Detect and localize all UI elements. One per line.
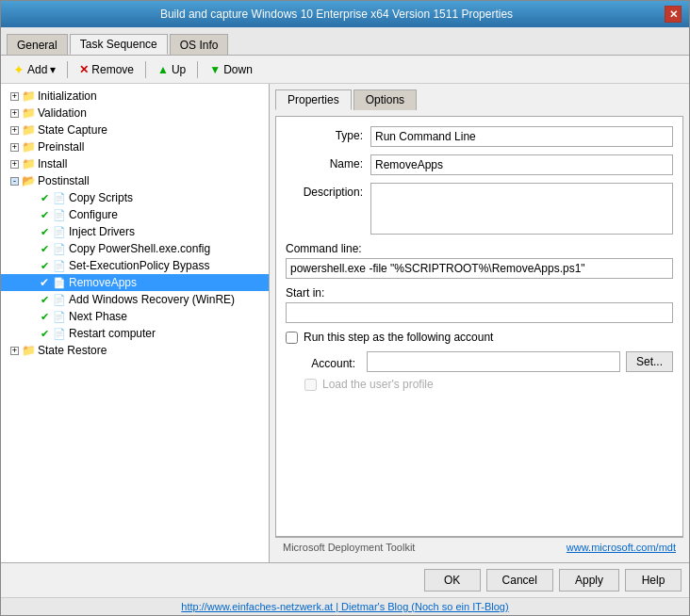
tree-label-next-phase: Next Phase [69, 310, 127, 323]
down-label: Down [223, 63, 253, 76]
remove-icon: ✕ [79, 63, 89, 76]
tree-item-validation[interactable]: + 📁 Validation [1, 105, 269, 122]
tab-os-info[interactable]: OS Info [170, 34, 229, 55]
icon-set-exec: 📄 [52, 258, 67, 273]
add-button[interactable]: ✦ Add ▾ [8, 59, 60, 80]
account-input[interactable] [367, 351, 620, 372]
props-tab-options[interactable]: Options [353, 89, 417, 110]
status-bar: http://www.einfaches-netzwerk.at | Dietm… [1, 597, 689, 615]
icon-remove-apps: 📄 [52, 275, 67, 290]
tree-label-validation: Validation [38, 106, 87, 120]
tree-item-remove-apps[interactable]: ✔ 📄 RemoveApps [1, 274, 269, 291]
tree-item-copy-powershell[interactable]: ✔ 📄 Copy PowerShell.exe.config [1, 240, 269, 257]
name-label: Name: [286, 154, 370, 170]
script-icon-copy-scripts: 📄 [52, 190, 67, 205]
check-icon-remove-apps: ✔ [37, 275, 52, 290]
tree-item-initialization[interactable]: + 📁 Initialization [1, 88, 269, 105]
tree-item-state-capture[interactable]: + 📁 State Capture [1, 122, 269, 138]
apply-button[interactable]: Apply [559, 569, 619, 592]
gear-icon-configure: 📄 [52, 207, 67, 222]
folder-icon-state-capture: 📁 [21, 122, 36, 138]
props-content: Type: Name: Description: Command line: [275, 116, 683, 537]
load-profile-row: Load the user's profile [286, 378, 673, 391]
folder-icon-state-restore: 📁 [21, 343, 36, 358]
tab-task-sequence[interactable]: Task Sequence [70, 34, 168, 55]
run-as-label: Run this step as the following account [304, 331, 493, 344]
tree-item-install[interactable]: + 📁 Install [1, 155, 269, 172]
check-icon-restart: ✔ [37, 326, 52, 341]
tree-item-preinstall[interactable]: + 📁 Preinstall [1, 138, 269, 155]
run-as-row: Run this step as the following account [286, 331, 673, 344]
check-icon-copy-powershell: ✔ [37, 241, 52, 256]
remove-label: Remove [91, 63, 134, 76]
down-button[interactable]: ▼ Down [205, 60, 257, 79]
icon-inject-drivers: 📄 [52, 224, 67, 239]
up-label: Up [172, 63, 186, 76]
tree-item-restart-computer[interactable]: ✔ 📄 Restart computer [1, 325, 269, 342]
ok-button[interactable]: OK [424, 569, 481, 592]
cancel-button[interactable]: Cancel [486, 569, 553, 592]
tree-label-copy-powershell: Copy PowerShell.exe.config [69, 242, 210, 255]
tab-general[interactable]: General [7, 34, 68, 55]
expand-state-capture[interactable]: + [10, 126, 19, 135]
tree-item-state-restore[interactable]: + 📁 State Restore [1, 342, 269, 359]
add-label: Add [27, 63, 47, 76]
type-input[interactable] [370, 126, 673, 147]
run-as-checkbox[interactable] [286, 332, 298, 344]
icon-next-phase: 📄 [52, 309, 67, 324]
tree-item-postinstall[interactable]: - 📂 Postinstall [1, 172, 269, 189]
tree-item-next-phase[interactable]: ✔ 📄 Next Phase [1, 308, 269, 325]
tree-item-add-windows-recovery[interactable]: ✔ 📄 Add Windows Recovery (WinRE) [1, 291, 269, 308]
expand-preinstall[interactable]: + [10, 143, 19, 152]
description-input[interactable] [370, 183, 673, 235]
expand-validation[interactable]: + [10, 109, 19, 118]
tree-label-install: Install [38, 157, 67, 170]
up-icon: ▲ [157, 63, 169, 76]
name-input[interactable] [370, 154, 673, 175]
set-button[interactable]: Set... [626, 351, 673, 372]
footer-link[interactable]: www.microsoft.com/mdt [567, 542, 676, 553]
icon-copy-powershell: 📄 [52, 241, 67, 256]
folder-icon: 📁 [21, 89, 36, 104]
check-icon-add-win-recovery: ✔ [37, 292, 52, 307]
check-icon-next-phase: ✔ [37, 309, 52, 324]
folder-icon-validation: 📁 [21, 105, 36, 121]
tree-item-inject-drivers[interactable]: ✔ 📄 Inject Drivers [1, 223, 269, 240]
tree-label-state-restore: State Restore [38, 344, 107, 357]
description-row: Description: [286, 183, 673, 235]
dropdown-arrow-icon: ▾ [50, 63, 56, 76]
separator-1 [67, 61, 68, 78]
tree-item-copy-scripts[interactable]: ✔ 📄 Copy Scripts [1, 189, 269, 206]
tree-label-initialization: Initialization [38, 89, 97, 103]
type-label: Type: [286, 126, 370, 142]
tree-item-set-exec-policy[interactable]: ✔ 📄 Set-ExecutionPolicy Bypass [1, 257, 269, 274]
content-area: + 📁 Initialization + 📁 Validation + 📁 St… [1, 84, 689, 562]
description-label: Description: [286, 183, 370, 199]
props-tab-strip: Properties Options [275, 89, 683, 110]
remove-button[interactable]: ✕ Remove [74, 60, 139, 79]
props-tab-properties[interactable]: Properties [275, 89, 352, 110]
tree-label-inject-drivers: Inject Drivers [69, 225, 135, 238]
expand-initialization[interactable]: + [10, 92, 19, 101]
check-icon-configure: ✔ [37, 207, 52, 222]
folder-icon-preinstall: 📁 [21, 139, 36, 154]
expand-install[interactable]: + [10, 160, 19, 169]
command-line-input[interactable] [286, 258, 673, 279]
main-tab-strip: General Task Sequence OS Info [1, 27, 689, 56]
close-button[interactable]: ✕ [665, 6, 682, 23]
help-button[interactable]: Help [625, 569, 682, 592]
right-panel: Properties Options Type: Name: Descripti… [270, 84, 689, 562]
folder-icon-postinstall: 📂 [21, 173, 36, 188]
start-in-input[interactable] [286, 302, 673, 323]
account-row: Account: Set... [286, 351, 673, 372]
tree-item-configure[interactable]: ✔ 📄 Configure [1, 206, 269, 223]
toolbar: ✦ Add ▾ ✕ Remove ▲ Up ▼ Down [1, 56, 689, 84]
tree-label-add-windows-recovery: Add Windows Recovery (WinRE) [69, 293, 235, 306]
check-icon-copy-scripts: ✔ [37, 190, 52, 205]
load-profile-checkbox[interactable] [304, 379, 317, 391]
expand-postinstall[interactable]: - [10, 177, 19, 186]
up-button[interactable]: ▲ Up [153, 60, 190, 79]
expand-state-restore[interactable]: + [10, 347, 19, 355]
separator-2 [145, 61, 146, 78]
load-profile-label: Load the user's profile [322, 378, 434, 391]
